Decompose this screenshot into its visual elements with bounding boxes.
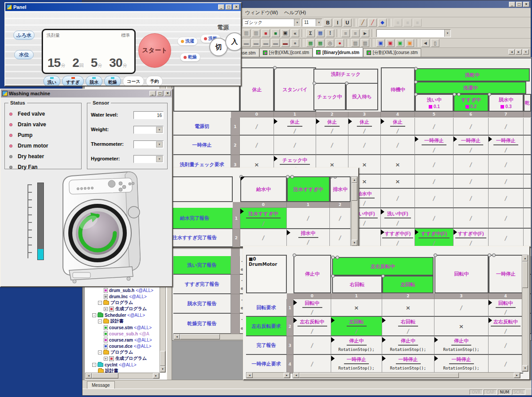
- state-header[interactable]: 乾: [524, 94, 531, 112]
- state-header[interactable]: 右回転: [332, 276, 382, 293]
- tree-item[interactable]: -Scheduler<@ALL>: [86, 312, 158, 318]
- minimize-icon[interactable]: _: [509, 2, 515, 7]
- stm-cell[interactable]: /: [454, 155, 489, 175]
- mode-indicator-洗濯[interactable]: 洗濯: [177, 37, 198, 46]
- scroll-down-icon[interactable]: ▼: [522, 365, 528, 371]
- play-icon[interactable]: ►: [361, 29, 369, 37]
- stm-cell[interactable]: 一時停止/: [454, 136, 489, 155]
- stm-cell[interactable]: /: [454, 189, 489, 208]
- stm-cell[interactable]: /: [381, 189, 415, 208]
- zoom-icon[interactable]: ◎: [326, 39, 334, 47]
- maximize-icon[interactable]: □: [157, 91, 163, 96]
- stm-cell[interactable]: 左回転/: [331, 317, 382, 336]
- select-arrow-icon[interactable]: ◄: [421, 39, 430, 47]
- collapse-handle-icon[interactable]: [333, 176, 337, 179]
- weight-combo[interactable]: [133, 126, 164, 134]
- stm-cell[interactable]: /: [434, 299, 489, 317]
- course-button-すすぎ[interactable]: すすぎ: [62, 76, 84, 86]
- quote-icon[interactable]: «: [291, 29, 299, 37]
- tree-item[interactable]: course.dce<@ALL>: [86, 343, 158, 349]
- stm-cell[interactable]: /: [293, 355, 331, 374]
- stm-cell[interactable]: 一時停止RotationStop();: [434, 355, 489, 374]
- tab-scroll-left-icon[interactable]: ◄: [509, 49, 515, 54]
- thermometer-combo[interactable]: [133, 140, 164, 148]
- close-icon[interactable]: ×: [233, 4, 239, 10]
- tree-item[interactable]: drum_sub.h<@ALL>: [86, 287, 158, 293]
- stm-cell[interactable]: 一時停止/: [489, 136, 524, 155]
- expand-icon[interactable]: +: [104, 357, 108, 361]
- stm-cell[interactable]: /: [415, 189, 454, 208]
- mode-indicator-乾燥[interactable]: 乾燥: [180, 53, 200, 62]
- align-left-icon[interactable]: ≡: [394, 19, 402, 27]
- tree-item[interactable]: course.ram<@ALL>: [86, 337, 158, 343]
- maximize-icon[interactable]: □: [516, 2, 522, 7]
- cellbar-dark-icon[interactable]: ▬: [281, 39, 289, 47]
- stm-cell[interactable]: 排水中/: [287, 229, 330, 247]
- scroll-right-icon[interactable]: ►: [514, 373, 520, 378]
- cellbar-icon-4[interactable]: ▬: [271, 39, 280, 47]
- state-header[interactable]: スタンバイ: [274, 67, 316, 112]
- state-header[interactable]: 洗濯中: [415, 82, 526, 94]
- tree-item[interactable]: course.stm<@ALL>: [86, 324, 158, 331]
- pen-icon[interactable]: ╱: [359, 19, 367, 27]
- stm-cell[interactable]: /: [240, 136, 274, 155]
- event-label[interactable]: 乾燥完了報告: [173, 314, 231, 334]
- stm-cell[interactable]: 回転中/: [293, 299, 331, 317]
- collapse-handle-icon[interactable]: [336, 256, 339, 259]
- align-center-icon[interactable]: ≡: [403, 19, 412, 27]
- power-on-button[interactable]: 入: [225, 32, 241, 51]
- pane-horizontal-scrollbar[interactable]: ◄ ►: [246, 372, 290, 378]
- stm-cell[interactable]: ×: [331, 299, 382, 317]
- stm-cell[interactable]: 一時停止RotationStop();: [382, 355, 434, 374]
- state-header[interactable]: 洗い中0.1: [415, 94, 454, 112]
- stm-cell[interactable]: 休止/: [274, 118, 316, 136]
- stm-cell[interactable]: /: [454, 208, 489, 229]
- search-combo[interactable]: ▼: [376, 29, 451, 37]
- stm-cell[interactable]: すすぎ中(F)/: [454, 229, 489, 248]
- event-label[interactable]: すすぎ完了報告: [173, 275, 231, 294]
- stm-cell[interactable]: /: [330, 208, 351, 229]
- scroll-left-icon[interactable]: ◄: [293, 373, 299, 378]
- stm-cell[interactable]: 回転中/: [489, 299, 523, 317]
- cut-icon[interactable]: ▣: [281, 29, 289, 37]
- state-header[interactable]: 左回転: [382, 276, 434, 293]
- state-header[interactable]: 洗乾中: [415, 68, 530, 82]
- stm-cell[interactable]: 左右反転中/: [489, 317, 523, 336]
- collapse-handle-icon[interactable]: [290, 175, 294, 179]
- state-header[interactable]: 排水中: [330, 176, 351, 202]
- collapse-handle-icon[interactable]: [293, 253, 296, 257]
- align-right-icon[interactable]: ≡: [413, 19, 422, 27]
- stm-cell[interactable]: [524, 229, 531, 248]
- tree-item[interactable]: drum.Inc<@ALL>: [86, 293, 158, 300]
- grid-icon-1[interactable]: ▥: [351, 39, 360, 47]
- tree-item[interactable]: -設計書: [86, 318, 158, 324]
- event-label[interactable]: 完了報告: [246, 336, 287, 355]
- tree-item[interactable]: +生成プログラム: [86, 355, 158, 362]
- stm-cell[interactable]: /: [293, 336, 331, 355]
- vertical-scrollbar[interactable]: ▲ ▼: [351, 176, 358, 246]
- redo-icon[interactable]: ▥: [252, 29, 260, 37]
- stm-cell[interactable]: /: [381, 136, 415, 155]
- stm-cell[interactable]: /: [415, 155, 454, 175]
- dots-icon[interactable]: ⋮: [326, 29, 334, 37]
- scroll-up-icon[interactable]: ▲: [352, 177, 357, 183]
- color-picker-icon[interactable]: ◆: [378, 19, 387, 27]
- tab-close-icon[interactable]: ×: [523, 49, 529, 54]
- stm-cell[interactable]: 休止/: [381, 118, 415, 136]
- stm-cell[interactable]: 停止中RotationStop();: [434, 336, 489, 355]
- collapse-handle-icon[interactable]: [434, 253, 437, 257]
- suii-button[interactable]: 水位: [14, 50, 34, 59]
- tab-message[interactable]: Message: [87, 381, 115, 389]
- collapse-handle-icon[interactable]: [330, 176, 332, 179]
- grid-icon-2[interactable]: ▥: [361, 39, 369, 47]
- cellbar-icon-3[interactable]: ▬: [262, 39, 270, 47]
- tab-scroll-right-icon[interactable]: ►: [516, 49, 522, 54]
- app-blue-icon[interactable]: ▣: [376, 39, 385, 47]
- stm-cell[interactable]: 休止/: [348, 118, 381, 136]
- stm-cell[interactable]: すすぎ中(F)/: [415, 229, 454, 248]
- course-button-脱水[interactable]: 脱水: [86, 76, 102, 86]
- stm-cell[interactable]: /: [330, 229, 351, 247]
- state-header[interactable]: 脱水中0.3: [489, 94, 524, 112]
- stm-cell[interactable]: /: [415, 208, 454, 229]
- stm-cell[interactable]: [524, 118, 531, 136]
